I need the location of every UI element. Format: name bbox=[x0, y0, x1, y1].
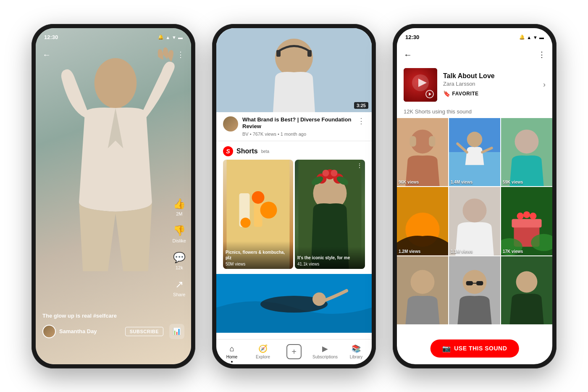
dislike-action[interactable]: 👎 Dislike bbox=[173, 225, 186, 243]
status-bar-1: 12:30 🔔 ▲ ▼ ▬ bbox=[36, 28, 191, 47]
svg-rect-51 bbox=[466, 281, 473, 285]
grid-item-2[interactable]: 1.4M views bbox=[449, 118, 500, 187]
grid-views-6: 17K views bbox=[503, 249, 523, 254]
shorts-section: S Shorts beta bbox=[216, 141, 372, 272]
track-play-button[interactable] bbox=[425, 90, 434, 98]
signal-icon-3: ▲ bbox=[527, 35, 531, 40]
time-display-3: 12:30 bbox=[405, 34, 419, 40]
comment-action[interactable]: 💬 12k bbox=[173, 252, 186, 270]
user-avatar bbox=[42, 325, 56, 338]
more-options-3[interactable]: ⋮ bbox=[538, 50, 546, 59]
library-icon: 📚 bbox=[352, 344, 361, 353]
share-label: Share bbox=[173, 292, 185, 297]
gi-5-visual bbox=[449, 187, 500, 255]
nav-home[interactable]: ⌂ Home bbox=[216, 345, 247, 359]
gi-8-visual bbox=[449, 256, 500, 325]
svg-rect-4 bbox=[276, 50, 281, 57]
video-meta-text-1: BV • 767K views • 1 month ago bbox=[242, 132, 352, 137]
gi-9-visual bbox=[501, 256, 552, 325]
like-action[interactable]: 👍 2M bbox=[173, 198, 186, 216]
track-info-panel: Talk About Love Zara Larsson 🔖 FAVORITE … bbox=[397, 63, 552, 107]
svg-rect-41 bbox=[512, 219, 541, 227]
short-1-info: Picnics, flowers & kombucha, plz 50M vie… bbox=[223, 241, 293, 269]
svg-point-50 bbox=[463, 270, 487, 294]
svg-point-0 bbox=[94, 58, 137, 108]
grid-item-6[interactable]: 17K views bbox=[501, 187, 552, 255]
grid-item-9[interactable] bbox=[501, 256, 552, 325]
phone-3: 12:30 🔔 ▲ ▼ ▬ ← ⋮ bbox=[393, 24, 556, 368]
svg-point-11 bbox=[241, 218, 251, 228]
explore-icon: 🧭 bbox=[258, 344, 268, 353]
shorts-title: Shorts bbox=[236, 147, 258, 155]
svg-point-18 bbox=[331, 170, 338, 176]
grid-views-4: 1.2M views bbox=[399, 249, 420, 254]
more-options-button[interactable]: ⋮ bbox=[177, 50, 184, 60]
bottom-navigation: ⌂ Home 🧭 Explore + ▶ Subscriptions 📚 Lib… bbox=[216, 339, 372, 364]
subscribe-button[interactable]: SUBSCRIBE bbox=[125, 327, 163, 336]
favorite-button[interactable]: 🔖 FAVORITE bbox=[443, 90, 537, 97]
grid-views-3: 59K views bbox=[503, 180, 523, 184]
user-row: Samantha Day SUBSCRIBE 📊 bbox=[42, 324, 184, 339]
vibrate-icon: 🔔 bbox=[158, 34, 164, 40]
nav-add[interactable]: + bbox=[278, 344, 310, 359]
library-label: Library bbox=[350, 355, 363, 359]
battery-icon: ▬ bbox=[178, 35, 183, 40]
shorts-count: 12K Shorts using this sound bbox=[397, 107, 552, 118]
grid-item-5[interactable]: 1.1M views bbox=[449, 187, 500, 255]
share-action[interactable]: ↗ Share bbox=[173, 279, 185, 297]
time-display: 12:30 bbox=[44, 34, 58, 40]
chevron-right-icon[interactable]: › bbox=[543, 80, 546, 89]
short-2-more[interactable]: ⋮ bbox=[357, 162, 362, 169]
grid-item-4[interactable]: 1.2M views bbox=[397, 187, 448, 255]
video-thumbnail-1[interactable]: 3:25 bbox=[216, 28, 372, 112]
phone3-content: 12:30 🔔 ▲ ▼ ▬ ← ⋮ bbox=[397, 28, 552, 364]
music-wave-icon: 📊 bbox=[173, 327, 181, 335]
gi-7-visual bbox=[397, 256, 448, 325]
comment-icon: 💬 bbox=[173, 252, 186, 263]
back-button-3[interactable]: ← bbox=[404, 50, 412, 60]
add-icon[interactable]: + bbox=[286, 344, 302, 359]
track-title: Talk About Love bbox=[443, 72, 537, 80]
shorts-section-header: S Shorts beta bbox=[216, 145, 372, 160]
svg-point-17 bbox=[323, 170, 329, 176]
nav-explore[interactable]: 🧭 Explore bbox=[247, 344, 278, 359]
status-bar-3: 12:30 🔔 ▲ ▼ ▬ bbox=[397, 28, 552, 47]
svg-point-48 bbox=[411, 270, 435, 294]
grid-item-8[interactable] bbox=[449, 256, 500, 325]
swim-visual bbox=[216, 274, 372, 333]
music-button[interactable]: 📊 bbox=[169, 324, 184, 339]
like-count: 2M bbox=[176, 211, 182, 216]
svg-point-38 bbox=[463, 199, 487, 223]
thumb-person-svg bbox=[216, 28, 372, 112]
grid-item-1[interactable]: 96K views bbox=[397, 118, 448, 187]
short-item-2[interactable]: ⋮ It's the iconic style, for me 41.1k vi… bbox=[295, 160, 365, 269]
gi-6-visual bbox=[501, 187, 552, 255]
nav-library[interactable]: 📚 Library bbox=[341, 344, 372, 359]
svg-point-42 bbox=[517, 213, 524, 219]
bookmark-icon: 🔖 bbox=[443, 90, 451, 97]
comment-count: 12k bbox=[176, 265, 183, 270]
channel-avatar-1 bbox=[223, 116, 238, 132]
gi-2-visual bbox=[449, 118, 500, 187]
share-icon: ↗ bbox=[175, 279, 184, 290]
subscriptions-label: Subscriptions bbox=[312, 355, 338, 359]
grid-item-3[interactable]: 59K views bbox=[501, 118, 552, 187]
use-this-sound-button[interactable]: 📷 USE THIS SOUND bbox=[430, 339, 519, 358]
phone-2: 12:30 🔔 ▲ ▼ ▬ YouTube 🔔 🔍 bbox=[212, 24, 376, 368]
shorts-top-controls: ← ⋮ bbox=[36, 47, 191, 63]
svg-rect-52 bbox=[476, 281, 483, 285]
use-sound-label: USE THIS SOUND bbox=[454, 345, 507, 352]
phone-1: 12:30 🔔 ▲ ▼ ▬ ← ⋮ 👍 2M 👎 Dislike bbox=[32, 24, 195, 368]
short-item-1[interactable]: Picnics, flowers & kombucha, plz 50M vie… bbox=[223, 160, 293, 269]
svg-rect-27 bbox=[410, 136, 416, 146]
svg-rect-5 bbox=[307, 50, 312, 57]
short-2-views: 41.1k views bbox=[297, 262, 362, 266]
grid-item-7[interactable] bbox=[397, 256, 448, 325]
swim-thumbnail[interactable] bbox=[216, 274, 372, 333]
nav-subscriptions[interactable]: ▶ Subscriptions bbox=[310, 344, 341, 359]
back-button[interactable]: ← bbox=[42, 50, 51, 60]
video-more-button-1[interactable]: ⋮ bbox=[356, 116, 365, 137]
track-thumbnail bbox=[404, 68, 437, 102]
video-title-1[interactable]: What Brand is Best? | Diverse Foundation… bbox=[242, 116, 352, 131]
shorts-section-icon: S bbox=[223, 146, 233, 156]
